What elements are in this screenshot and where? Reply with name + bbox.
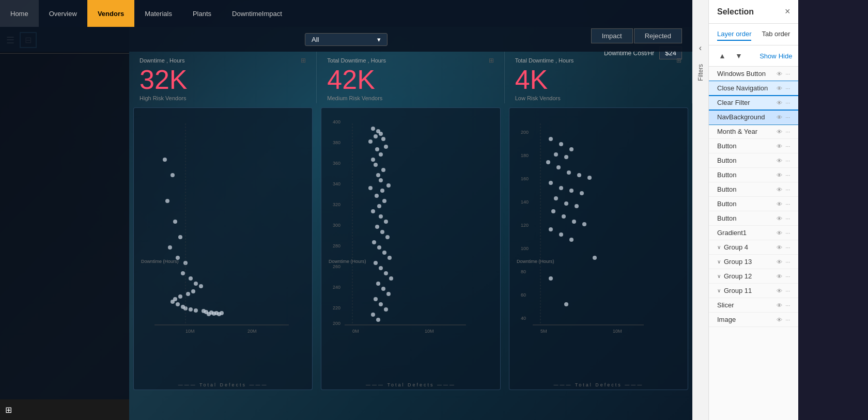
chart-low-risk: Downtime (Hours) 200 180 160 140 120 100… — [509, 107, 688, 390]
layer-eye-icon[interactable]: 👁 — [777, 143, 782, 149]
layer-more-icon[interactable]: ··· — [785, 317, 790, 323]
svg-point-75 — [382, 251, 386, 255]
layer-eye-icon[interactable]: 👁 — [777, 129, 782, 135]
layer-more-icon[interactable]: ··· — [785, 273, 790, 279]
layer-eye-icon[interactable]: 👁 — [777, 85, 782, 91]
layer-item-7[interactable]: Button 👁 ··· — [709, 168, 798, 182]
svg-point-3 — [165, 199, 169, 203]
layer-more-icon[interactable]: ··· — [785, 215, 790, 222]
svg-point-65 — [382, 199, 386, 203]
svg-point-49 — [379, 132, 383, 136]
svg-point-125 — [559, 232, 563, 237]
svg-text:40: 40 — [521, 316, 526, 321]
layer-more-icon[interactable]: ··· — [785, 114, 790, 120]
layer-more-icon[interactable]: ··· — [785, 172, 790, 178]
layer-item-10[interactable]: Button 👁 ··· — [709, 211, 798, 226]
svg-point-117 — [554, 196, 558, 200]
windows-start-icon[interactable]: ⊞ — [5, 405, 12, 415]
layer-eye-icon[interactable]: 👁 — [777, 215, 782, 222]
layer-more-icon[interactable]: ··· — [785, 186, 790, 193]
layer-item-13[interactable]: ∨ Group 13 👁 ··· — [709, 255, 798, 269]
layer-more-icon[interactable]: ··· — [785, 100, 790, 106]
nav-tab-plants[interactable]: Plants — [182, 0, 222, 27]
layer-eye-icon[interactable]: 👁 — [777, 100, 782, 106]
layer-item-16[interactable]: Slicer 👁 ··· — [709, 298, 798, 313]
panel-tab-row: Layer order Tab order — [709, 24, 798, 45]
nav-tab-materials[interactable]: Materials — [134, 0, 182, 27]
svg-point-120 — [551, 209, 555, 213]
layer-eye-icon[interactable]: 👁 — [777, 201, 782, 207]
layer-item-11[interactable]: Gradient1 👁 ··· — [709, 226, 798, 240]
svg-point-10 — [189, 276, 193, 281]
svg-point-103 — [549, 137, 553, 141]
layer-more-icon[interactable]: ··· — [785, 85, 790, 91]
layer-eye-icon[interactable]: 👁 — [777, 259, 782, 265]
layer-more-icon[interactable]: ··· — [785, 244, 790, 251]
layer-more-icon[interactable]: ··· — [785, 201, 790, 207]
svg-point-13 — [191, 289, 195, 293]
layer-eye-icon[interactable]: 👁 — [777, 186, 782, 193]
svg-point-1 — [163, 158, 167, 162]
layer-eye-icon[interactable]: 👁 — [777, 317, 782, 323]
all-dropdown[interactable]: All ▾ — [305, 33, 388, 46]
layer-item-14[interactable]: ∨ Group 12 👁 ··· — [709, 269, 798, 284]
layer-more-icon[interactable]: ··· — [785, 129, 790, 135]
layer-more-icon[interactable]: ··· — [785, 288, 790, 294]
layer-eye-icon[interactable]: 👁 — [777, 288, 782, 294]
kpi3-sublabel: Low Risk Vendors — [515, 95, 681, 101]
kpi3-label: Total Downtime , Hours — [515, 57, 574, 64]
layer-item-0[interactable]: Windows Button 👁 ··· — [709, 67, 798, 81]
nav-tab-vendors[interactable]: Vendors — [87, 0, 134, 27]
layer-more-icon[interactable]: ··· — [785, 71, 790, 77]
nav-tab-overview[interactable]: Overview — [39, 0, 87, 27]
svg-text:300: 300 — [333, 223, 340, 228]
nav-tab-home[interactable]: Home — [0, 0, 39, 27]
move-down-button[interactable]: ▼ — [732, 49, 746, 63]
layer-eye-icon[interactable]: 👁 — [777, 172, 782, 178]
move-up-button[interactable]: ▲ — [715, 49, 730, 63]
layer-item-4[interactable]: Month & Year 👁 ··· — [709, 125, 798, 139]
layer-more-icon[interactable]: ··· — [785, 230, 790, 236]
layer-eye-icon[interactable]: 👁 — [777, 158, 782, 164]
layer-item-6[interactable]: Button 👁 ··· — [709, 153, 798, 168]
layer-eye-icon[interactable]: 👁 — [777, 244, 782, 251]
layer-item-9[interactable]: Button 👁 ··· — [709, 197, 798, 211]
layer-eye-icon[interactable]: 👁 — [777, 230, 782, 236]
svg-point-58 — [381, 168, 385, 172]
layer-eye-icon[interactable]: 👁 — [777, 114, 782, 120]
show-button[interactable]: Show — [760, 52, 777, 60]
layer-item-17[interactable]: Image 👁 ··· — [709, 313, 798, 327]
layer-item-15[interactable]: ∨ Group 11 👁 ··· — [709, 284, 798, 298]
layer-eye-icon[interactable]: 👁 — [777, 71, 782, 77]
tab-layer-order[interactable]: Layer order — [717, 28, 751, 41]
layer-item-5[interactable]: Button 👁 ··· — [709, 139, 798, 153]
scatter-chart-3: Downtime (Hours) 200 180 160 140 120 100… — [509, 108, 688, 390]
panel-back-button[interactable]: ‹ — [697, 41, 704, 55]
layer-item-8[interactable]: Button 👁 ··· — [709, 182, 798, 197]
layer-eye-icon[interactable]: 👁 — [777, 273, 782, 279]
layer-item-2[interactable]: Clear Filter 👁 ··· — [709, 96, 798, 110]
hide-button[interactable]: Hide — [779, 52, 793, 60]
filters-vertical-label[interactable]: Filters — [697, 59, 704, 86]
layer-item-1[interactable]: Close Navigation 👁 ··· — [709, 81, 798, 96]
nav-tab-downtime-impact[interactable]: DowntimeImpact — [222, 0, 292, 27]
layer-more-icon[interactable]: ··· — [785, 143, 790, 149]
svg-text:60: 60 — [521, 292, 526, 298]
layer-item-12[interactable]: ∨ Group 4 👁 ··· — [709, 240, 798, 255]
svg-point-54 — [375, 147, 379, 151]
tab-tab-order[interactable]: Tab order — [762, 28, 790, 41]
svg-point-30 — [217, 312, 221, 316]
svg-point-109 — [556, 165, 561, 169]
layer-more-icon[interactable]: ··· — [785, 158, 790, 164]
panel-close-button[interactable]: × — [785, 6, 791, 17]
svg-text:160: 160 — [521, 176, 529, 181]
rejected-button[interactable]: Rejected — [634, 28, 682, 43]
layer-eye-icon[interactable]: 👁 — [777, 302, 782, 308]
layer-more-icon[interactable]: ··· — [785, 302, 790, 308]
layer-more-icon[interactable]: ··· — [785, 259, 790, 265]
svg-point-64 — [375, 194, 379, 198]
impact-button[interactable]: Impact — [591, 28, 633, 43]
layer-item-3[interactable]: NavBackground 👁 ··· — [709, 110, 798, 125]
svg-point-124 — [549, 227, 553, 231]
kpi1-sublabel: High Risk Vendors — [140, 95, 306, 101]
